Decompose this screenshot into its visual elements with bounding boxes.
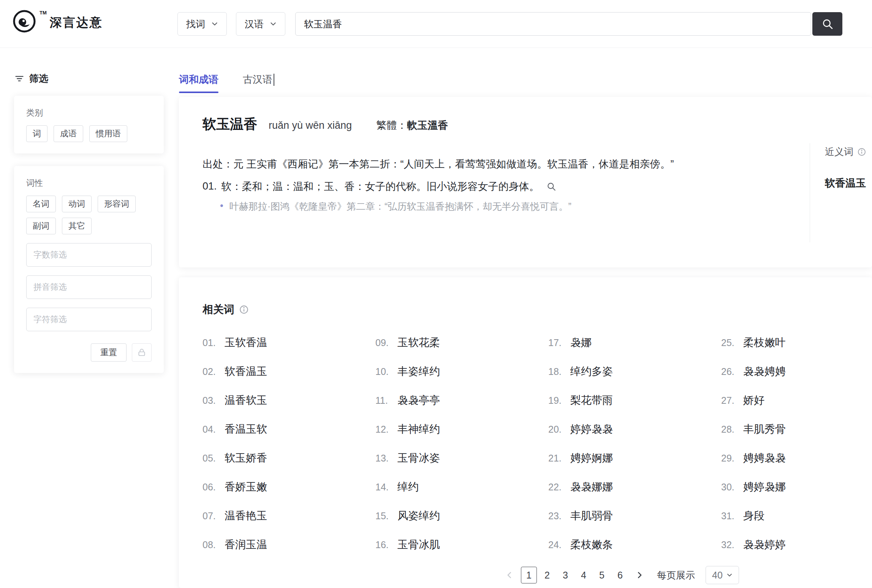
- lock-button[interactable]: [132, 343, 152, 362]
- related-word-link[interactable]: 袅娜: [570, 335, 592, 350]
- related-word-link[interactable]: 玉软香温: [225, 335, 267, 350]
- page-number-button[interactable]: 6: [612, 567, 628, 583]
- tab-words-idioms[interactable]: 词和成语: [179, 73, 218, 93]
- word-traditional: 繁體：軟玉溫香: [376, 119, 448, 132]
- related-word-link[interactable]: 香娇玉嫩: [225, 480, 267, 494]
- related-word-link[interactable]: 娉婷婀娜: [570, 451, 613, 465]
- brand[interactable]: TM 深言达意: [12, 9, 103, 33]
- definition-search-icon[interactable]: [546, 182, 556, 191]
- related-word-link[interactable]: 袅袅娉娉: [743, 364, 786, 379]
- page-number-button[interactable]: 3: [557, 567, 573, 583]
- page-number-button[interactable]: 4: [576, 567, 592, 583]
- related-word-link[interactable]: 袅袅亭亭: [397, 393, 440, 408]
- word-pinyin: ruǎn yù wēn xiāng: [269, 120, 352, 131]
- pos-filter-card: 词性 名词 动词 形容词 副词 其它 重置: [14, 166, 164, 373]
- character-filter-input[interactable]: [26, 308, 152, 331]
- related-word-link[interactable]: 丰肌秀骨: [743, 422, 786, 436]
- related-word-number: 21.: [548, 453, 565, 464]
- related-word-link[interactable]: 绰约多姿: [570, 364, 613, 379]
- related-word-item: 29. 娉娉袅袅: [721, 451, 872, 465]
- filter-title: 筛选: [14, 72, 48, 85]
- related-word-link[interactable]: 玉骨冰肌: [397, 537, 440, 552]
- tab-label: 词和成语: [179, 73, 218, 86]
- related-word-number: 26.: [721, 366, 738, 377]
- lock-icon: [137, 348, 147, 357]
- pos-tag[interactable]: 副词: [26, 218, 56, 234]
- related-word-number: 32.: [721, 539, 738, 550]
- related-word-link[interactable]: 丰肌弱骨: [570, 509, 613, 523]
- pos-tag[interactable]: 其它: [62, 218, 92, 234]
- reset-button[interactable]: 重置: [91, 343, 127, 362]
- category-tags: 词 成语 惯用语: [26, 125, 152, 142]
- search-input[interactable]: [295, 12, 811, 36]
- related-word-link[interactable]: 玉软花柔: [397, 335, 440, 350]
- synonym-word[interactable]: 软香温玉: [825, 176, 866, 190]
- page-number-button[interactable]: 2: [539, 567, 555, 583]
- language-select[interactable]: 汉语: [236, 12, 285, 36]
- pos-tag[interactable]: 动词: [62, 196, 92, 212]
- related-word-link[interactable]: 温香艳玉: [225, 509, 267, 523]
- next-page-button[interactable]: [632, 567, 647, 583]
- related-word-link[interactable]: 温香软玉: [225, 393, 267, 408]
- pos-tag[interactable]: 形容词: [98, 196, 136, 212]
- search-mode-select[interactable]: 找词: [177, 12, 227, 36]
- related-word-number: 19.: [548, 395, 565, 406]
- word-header: 软玉温香 ruǎn yù wēn xiāng 繁體：軟玉溫香: [203, 115, 872, 134]
- pos-tags: 名词 动词 形容词 副词 其它: [26, 196, 152, 234]
- category-tag[interactable]: 惯用语: [89, 125, 127, 142]
- related-word-link[interactable]: 娉娉袅袅: [743, 451, 786, 465]
- category-label: 类别: [26, 107, 152, 119]
- tab-classical-chinese[interactable]: 古汉语: [243, 73, 274, 93]
- per-page-select[interactable]: 40: [706, 566, 739, 584]
- pos-tag[interactable]: 名词: [26, 196, 56, 212]
- related-word-item: 14. 绰约: [375, 480, 548, 494]
- related-word-link[interactable]: 婷婷袅袅: [570, 422, 613, 436]
- synonym-label: 近义词: [825, 145, 853, 158]
- page-number-button[interactable]: 5: [594, 567, 610, 583]
- related-word-number: 30.: [721, 482, 738, 493]
- category-tag[interactable]: 成语: [54, 125, 83, 142]
- pinyin-filter-input[interactable]: [26, 275, 152, 299]
- related-word-number: 06.: [203, 482, 219, 493]
- brand-name: 深言达意: [50, 14, 103, 31]
- related-word-item: 01. 玉软香温: [203, 335, 375, 350]
- related-word-link[interactable]: 软香温玉: [225, 364, 267, 379]
- related-word-link[interactable]: 香温玉软: [225, 422, 267, 436]
- related-word-number: 13.: [375, 453, 392, 464]
- related-word-link[interactable]: 娇好: [743, 393, 764, 408]
- related-word-link[interactable]: 袅袅娜娜: [570, 480, 613, 494]
- prev-page-button[interactable]: [502, 567, 517, 583]
- search-mode-value: 找词: [186, 18, 205, 30]
- category-filter-card: 类别 词 成语 惯用语: [14, 96, 164, 153]
- related-word-link[interactable]: 丰姿绰约: [397, 364, 440, 379]
- related-word-link[interactable]: 香润玉温: [225, 537, 267, 552]
- related-word-link[interactable]: 柔枝嫩叶: [743, 335, 786, 350]
- related-word-link[interactable]: 风姿绰约: [397, 509, 440, 523]
- related-word-link[interactable]: 绰约: [397, 480, 419, 494]
- related-word-item: 06. 香娇玉嫩: [203, 480, 375, 494]
- info-icon[interactable]: [239, 305, 249, 315]
- category-tag[interactable]: 词: [26, 125, 47, 142]
- pos-label: 词性: [26, 177, 152, 189]
- search-button[interactable]: [812, 12, 842, 36]
- char-count-filter-input[interactable]: [26, 243, 152, 267]
- header-controls: 找词 汉语: [177, 12, 842, 36]
- header: TM 深言达意 找词 汉语: [0, 0, 872, 48]
- related-word-item: 30. 娉婷袅娜: [721, 480, 872, 494]
- content-tabs: 词和成语 古汉语: [179, 73, 274, 93]
- related-word-item: 21. 娉婷婀娜: [548, 451, 721, 465]
- related-word-link[interactable]: 袅袅婷婷: [743, 537, 786, 552]
- related-word-link[interactable]: 娉婷袅娜: [743, 480, 786, 494]
- page-number-button[interactable]: 1: [521, 567, 537, 583]
- related-word-number: 05.: [203, 453, 219, 464]
- related-word-link[interactable]: 玉骨冰姿: [397, 451, 440, 465]
- related-word-item: 25. 柔枝嫩叶: [721, 335, 872, 350]
- info-icon[interactable]: [857, 147, 866, 156]
- traditional-word: 軟玉溫香: [407, 120, 448, 131]
- related-word-link[interactable]: 丰神绰约: [397, 422, 440, 436]
- related-word-link[interactable]: 身段: [743, 509, 764, 523]
- related-word-link[interactable]: 梨花带雨: [570, 393, 613, 408]
- related-word-link[interactable]: 柔枝嫩条: [570, 537, 613, 552]
- related-word-link[interactable]: 软玉娇香: [225, 451, 267, 465]
- related-word-number: 04.: [203, 424, 219, 435]
